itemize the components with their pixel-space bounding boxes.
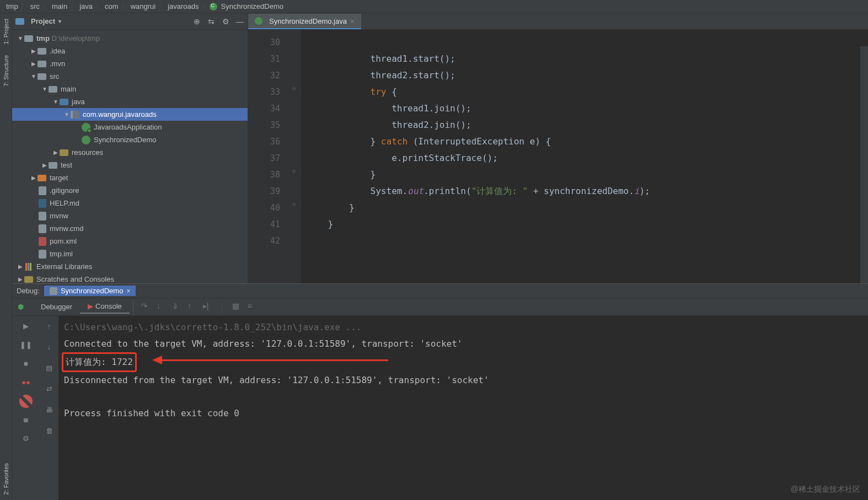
step-out-icon[interactable]: ↑ [187,302,196,310]
folder-icon [49,162,57,169]
print-icon[interactable]: 🖶 [42,404,56,417]
crumb-javaroads[interactable]: javaroads [166,2,200,10]
camera-icon[interactable]: ◙ [19,413,33,427]
folder-icon [37,73,46,80]
target-folder-icon [37,175,46,181]
tree-src[interactable]: ▼src [12,70,248,83]
collapse-icon[interactable]: ⇆ [207,17,216,26]
select-target-icon[interactable]: ⊕ [192,17,201,26]
debug-label: Debug: [17,287,40,295]
debug-tab-label: SynchronizedDemo [61,287,123,295]
wrap-icon[interactable]: ▤ [42,362,56,375]
tree-java[interactable]: ▼java [12,95,248,108]
tree-pom[interactable]: pom.xml [12,235,248,248]
settings-icon[interactable]: ⚙ [19,432,33,445]
hide-icon[interactable]: — [235,17,244,26]
console-line-exit: Process finished with exit code 0 [64,405,862,422]
step-into-icon[interactable]: ↓ [157,302,165,310]
annotation-line [162,359,388,361]
editor-body[interactable]: 30313233343536373839404142 ◇ ◇ ◇ thread1… [248,30,868,283]
tree-app-class[interactable]: JavaroadsApplication [12,121,248,133]
bug-icon[interactable]: ⬢ [14,300,27,314]
folder-icon [37,61,46,67]
run-config-icon [50,287,57,295]
debug-run-tab[interactable]: SynchronizedDemo × [44,286,136,296]
breadcrumb: tmp〉 src〉 main〉 java〉 com〉 wangrui〉 java… [0,0,868,13]
crumb-java[interactable]: java [78,2,94,10]
tree-test[interactable]: ▶test [12,159,248,171]
stop-icon[interactable]: ■ [19,357,33,370]
down-icon[interactable]: ↓ [42,341,56,354]
crumb-wangrui[interactable]: wangrui [129,2,158,10]
debug-toolbar: ⬢ Debugger ▶Console ↷ ↓ ⇓ ↑ ▸| ▦ ≡ [12,298,868,316]
tree-sync-class[interactable]: SynchronizedDemo [12,133,248,146]
src-folder-icon [60,99,68,105]
code-area[interactable]: thread1.start(); thread2.start(); try { … [301,30,650,283]
crumb-src[interactable]: src [29,2,41,10]
scroll-icon[interactable]: ⇄ [42,383,56,396]
rail-structure[interactable]: 7: Structure [2,50,10,92]
clear-icon[interactable]: 🗑 [42,424,56,438]
editor-tabs: SynchronizedDemo.java × [248,13,868,30]
close-icon[interactable]: × [126,287,130,295]
tree-package[interactable]: ▼com.wangrui.javaroads [12,108,248,121]
resources-icon [60,149,68,156]
package-icon [71,111,79,119]
tree-target[interactable]: ▶target [12,171,248,184]
tree-main[interactable]: ▼main [12,83,248,95]
console-tab[interactable]: ▶Console [80,300,130,314]
console-play-icon: ▶ [88,302,93,310]
console-line-disconnect: Disconnected from the target VM, address… [64,372,862,389]
force-step-icon[interactable]: ⇓ [172,302,181,310]
file-icon [39,186,46,195]
resume-icon[interactable]: ▶ [19,320,33,333]
line-numbers: 30313233343536373839404142 [248,30,291,283]
root-path: D:\develop\tmp [51,34,99,42]
project-tool-window: Project ▾ ⊕ ⇆ ⚙ — ▼ tmp D:\develop\tmp ▶… [12,13,248,283]
editor-tab-active[interactable]: SynchronizedDemo.java × [248,14,361,29]
debugger-tab[interactable]: Debugger [33,300,80,313]
project-header: Project ▾ ⊕ ⇆ ⚙ — [12,13,248,30]
crumb-main[interactable]: main [50,2,69,10]
rail-favorites[interactable]: 2: Favorites [2,458,10,500]
class-icon [255,17,262,25]
tree-mvnwcmd[interactable]: mvnw.cmd [12,222,248,235]
evaluate-icon[interactable]: ▦ [232,302,241,310]
view-breakpoints-icon[interactable]: ●● [19,376,33,389]
file-icon [39,224,46,233]
run-to-cursor-icon[interactable]: ▸| [203,302,212,310]
debug-body: ▶ ❚❚ ■ ●● ◙ ⚙ ↑ ↓ ▤ ⇄ 🖶 🗑 C:\Users\wang-… [12,316,868,500]
mute-breakpoints-icon[interactable] [19,395,33,408]
tree-idea[interactable]: ▶.idea [12,45,248,57]
tree-gitignore[interactable]: .gitignore [12,184,248,197]
console-line-highlight: 计算值为: 1722 [64,352,862,372]
crumb-file[interactable]: SynchronizedDemo [219,2,285,10]
tree-scratches[interactable]: ▶Scratches and Consoles [12,273,248,283]
rail-project[interactable]: 1: Project [2,13,10,50]
project-icon [15,18,24,25]
tree-ext-libs[interactable]: ▶External Libraries [12,260,248,273]
crumb-com[interactable]: com [103,2,120,10]
console-line-cmd: C:\Users\wang-\.jdks\corretto-1.8.0_252\… [64,319,862,336]
console-output[interactable]: C:\Users\wang-\.jdks\corretto-1.8.0_252\… [58,316,868,500]
project-tree[interactable]: ▼ tmp D:\develop\tmp ▶.idea ▶.mvn ▼src ▼… [12,30,248,283]
crumb-tmp[interactable]: tmp [4,2,20,10]
step-over-icon[interactable]: ↷ [141,302,150,310]
up-icon[interactable]: ↑ [42,320,56,333]
folder-icon [37,48,46,55]
module-icon [24,35,33,42]
class-icon [82,123,90,132]
trace-icon[interactable]: ≡ [248,302,256,310]
tree-mvn[interactable]: ▶.mvn [12,57,248,70]
settings-icon[interactable]: ⚙ [221,17,230,26]
pause-icon[interactable]: ❚❚ [19,338,33,352]
dropdown-icon[interactable]: ▾ [58,18,61,24]
editor-scrollbar[interactable] [860,46,868,283]
tree-resources[interactable]: ▶resources [12,146,248,159]
debug-tool-window: Debug: SynchronizedDemo × ⬢ Debugger ▶Co… [12,283,868,500]
tree-mvnw[interactable]: mvnw [12,209,248,222]
tree-help[interactable]: HELP.md [12,197,248,209]
close-icon[interactable]: × [350,17,355,25]
tree-iml[interactable]: tmp.iml [12,248,248,260]
tree-root[interactable]: ▼ tmp D:\develop\tmp [12,32,248,45]
